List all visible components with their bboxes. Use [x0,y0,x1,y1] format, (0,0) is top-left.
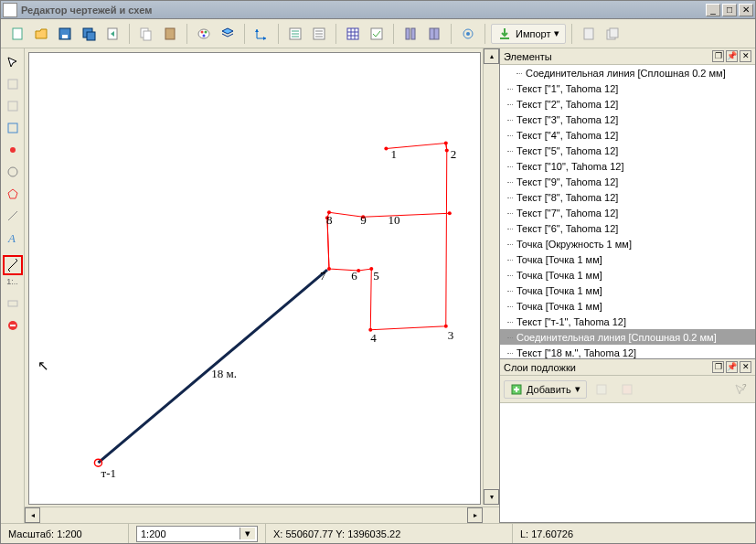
circle-tool[interactable] [3,162,23,182]
vertical-scrollbar[interactable]: ▴ ▾ [483,48,499,505]
statusbar: Масштаб: 1:200 1:200 X: 550607.77 Y: 139… [1,523,755,543]
tree-item[interactable]: Текст ["10", Tahoma 12] [500,158,755,174]
panel-restore-icon[interactable]: ❐ [712,50,724,62]
canvas-label-7: 7 [320,269,326,283]
line-tool[interactable] [3,206,23,226]
svg-rect-24 [610,28,618,37]
svg-rect-16 [371,28,382,39]
svg-point-28 [10,147,16,153]
minimize-button[interactable]: _ [706,4,720,16]
frame-tool[interactable] [3,118,23,138]
panel-close-icon[interactable]: ✕ [740,50,751,62]
tree-item[interactable]: Текст ["2", Tahoma 12] [500,96,755,112]
layer-btn2[interactable] [616,379,638,400]
palette-icon[interactable] [193,23,215,45]
tree-item[interactable]: Текст ["т-1", Tahoma 12] [500,314,755,329]
svg-rect-31 [8,301,17,306]
layer-btn1[interactable] [591,379,612,400]
app-window: Редактор чертежей и схем _ □ ✕ [0,0,756,544]
canvas-label-6: 6 [351,269,357,283]
list-check-icon[interactable] [284,23,306,45]
col2-icon[interactable] [423,23,445,45]
new-icon[interactable] [6,23,28,45]
tree-item[interactable]: Соединительная линия [Сплошная 0.2 мм] [500,65,755,80]
svg-point-36 [444,142,448,145]
panel-pin-icon[interactable]: 📌 [726,361,738,373]
tree-item[interactable]: Текст ["8", Tahoma 12] [500,189,755,205]
maximize-button[interactable]: □ [722,4,737,16]
layers-title: Слои подложки [504,362,710,373]
scale-combobox[interactable]: 1:200 [136,526,258,542]
svg-rect-0 [13,28,22,39]
text-tool[interactable]: A [3,228,23,248]
tree-item[interactable]: Текст ["7", Tahoma 12] [500,205,755,220]
axes-icon[interactable] [250,23,272,45]
select-tool[interactable] [3,52,23,72]
svg-point-21 [466,32,470,36]
save-icon[interactable] [54,23,76,45]
svg-point-11 [205,30,208,33]
layer-add-label: Добавить [527,384,571,395]
close-button[interactable]: ✕ [739,4,753,16]
tree-item[interactable]: Текст ["6", Tahoma 12] [500,220,755,236]
tree-item[interactable]: Текст ["18 м.", Tahoma 12] [500,345,755,358]
save-as-icon[interactable] [78,23,100,45]
panel-pin-icon[interactable]: 📌 [726,50,738,62]
layer-help-icon[interactable]: ? [729,379,751,400]
delete-tool[interactable] [3,315,23,336]
measure-tool[interactable] [3,255,23,275]
polygon-tool[interactable] [3,184,23,204]
col-icon[interactable] [399,23,421,45]
point-tool[interactable] [3,140,23,160]
tree-item[interactable]: Точка [Окружность 1 мм] [500,236,755,251]
svg-point-37 [448,211,452,215]
status-coords: X: 550607.77 Y: 1396035.22 [266,524,513,543]
settings-icon[interactable] [457,23,479,45]
app-icon [3,3,17,17]
svg-point-42 [357,269,360,272]
import-button[interactable]: Импорт ▾ [491,24,566,44]
tree-item[interactable]: Точка [Точка 1 мм] [500,283,755,298]
export-icon[interactable] [101,23,123,45]
page-icon[interactable] [578,23,600,45]
list-icon[interactable] [308,23,330,45]
svg-point-10 [201,30,204,33]
panel-close-icon[interactable]: ✕ [740,361,751,373]
tree-item[interactable]: Точка [Точка 1 мм] [500,251,755,267]
elements-tree[interactable]: Соединительная линия [Сплошная 0.2 мм]Те… [500,65,755,358]
canvas-label-9: 9 [360,213,367,227]
layers-icon[interactable] [217,23,239,45]
paste-icon[interactable] [159,23,181,45]
layer-add-button[interactable]: Добавить ▾ [504,380,587,399]
open-icon[interactable] [30,23,52,45]
status-length: L: 17.60726 [513,524,755,543]
tree-item[interactable]: Текст ["3", Tahoma 12] [500,112,755,127]
grid-icon[interactable] [342,23,364,45]
tree-item[interactable]: Точка [Точка 1 мм] [500,298,755,314]
copy-icon[interactable] [135,23,157,45]
window-title: Редактор чертежей и схем [21,5,706,16]
canvas-viewport[interactable]: 1 2 3 4 5 6 7 8 9 10 т-1 18 м. [25,48,499,523]
main-toolbar: Импорт ▾ [1,19,755,48]
svg-rect-25 [8,80,17,89]
grid-check-icon[interactable] [366,23,388,45]
zoom-tool[interactable] [3,74,23,94]
tree-item[interactable]: Текст ["5", Tahoma 12] [500,143,755,158]
elements-panel: Элементы ❐ 📌 ✕ Соединительная линия [Спл… [500,48,755,359]
horizontal-scrollbar[interactable]: ◂ ▸ [25,507,499,523]
canvas-label-8: 8 [326,213,333,227]
tree-item[interactable]: Текст ["9", Tahoma 12] [500,174,755,189]
drawing-canvas[interactable]: 1 2 3 4 5 6 7 8 9 10 т-1 18 м. [28,52,481,505]
svg-text:A: A [7,231,16,244]
pages-icon[interactable] [602,23,623,45]
tree-item[interactable]: Текст ["1", Tahoma 12] [500,80,755,96]
layers-list[interactable] [500,403,755,522]
layers-panel: Слои подложки ❐ 📌 ✕ Добавить ▾ ? [500,359,755,523]
tree-item[interactable]: Текст ["4", Tahoma 12] [500,127,755,143]
crop-tool[interactable] [3,96,23,116]
tree-item[interactable]: Точка [Точка 1 мм] [500,267,755,283]
panel-restore-icon[interactable]: ❐ [712,361,724,373]
svg-rect-8 [165,28,175,39]
tree-item[interactable]: Соединительная линия [Сплошная 0.2 мм] [500,329,755,345]
text2-tool[interactable] [3,293,23,314]
